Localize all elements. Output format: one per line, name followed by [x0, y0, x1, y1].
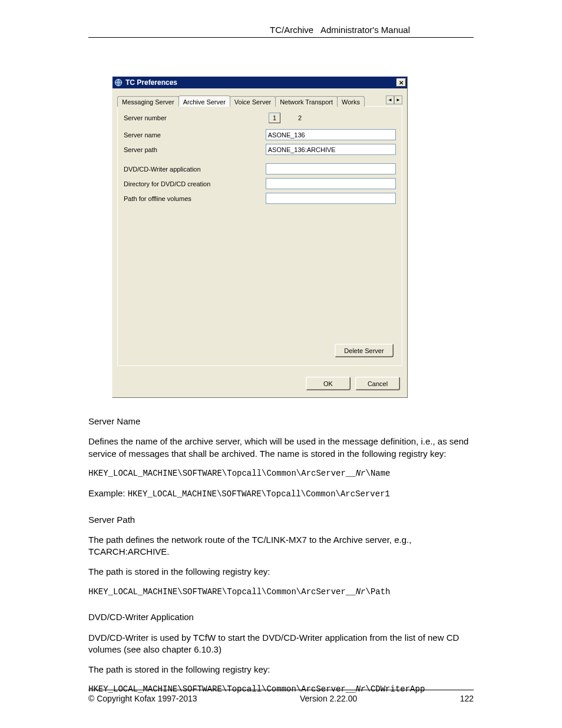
heading-server-path: Server Path [88, 515, 135, 525]
footer-copyright: © Copyright Kofax 1997-2013 [88, 694, 197, 703]
preferences-dialog: TC Preferences ✕ Messaging Server Archiv… [112, 76, 408, 398]
registry-server-path: HKEY_LOCAL_MACHINE\SOFTWARE\Topcall\Comm… [88, 587, 474, 598]
page-footer: © Copyright Kofax 1997-2013 Version 2.22… [88, 690, 474, 703]
title-bar: TC Preferences ✕ [113, 77, 407, 88]
tab-scroll-right-button[interactable]: ► [394, 95, 402, 104]
heading-server-name: Server Name [88, 416, 140, 426]
footer-version: Version 2.22.00 [300, 694, 357, 703]
server-number-1-box[interactable]: 1 [269, 113, 280, 123]
close-button[interactable]: ✕ [396, 78, 406, 87]
tab-network-transport[interactable]: Network Transport [275, 96, 338, 107]
text-server-path-1: The path defines the network route of th… [88, 534, 474, 558]
delete-server-button[interactable]: Delete Server [335, 344, 394, 357]
globe-icon [114, 78, 123, 87]
server-path-input[interactable] [266, 144, 396, 155]
tab-messaging-server[interactable]: Messaging Server [117, 96, 179, 107]
text-server-name: Defines the name of the archive server, … [88, 436, 474, 460]
tab-archive-server[interactable]: Archive Server [178, 95, 230, 106]
text-server-path-2: The path is stored in the following regi… [88, 566, 474, 578]
chevron-left-icon: ◄ [388, 97, 392, 103]
dialog-title: TC Preferences [125, 78, 396, 87]
offline-path-input[interactable] [266, 193, 396, 204]
registry-server-name: HKEY_LOCAL_MACHINE\SOFTWARE\Topcall\Comm… [88, 468, 474, 479]
close-icon: ✕ [399, 80, 404, 86]
ok-button[interactable]: OK [306, 377, 351, 390]
offline-path-label: Path for offline volumes [124, 195, 266, 202]
server-number-label: Server number [124, 114, 269, 121]
server-name-label: Server name [124, 131, 266, 139]
text-dvdcd-2: The path is stored in the following regi… [88, 664, 474, 676]
tab-works[interactable]: Works [337, 96, 365, 107]
header-right: Administrator's Manual [320, 25, 410, 35]
tab-scroll-left-button[interactable]: ◄ [386, 95, 394, 104]
example-line: Example: HKEY_LOCAL_MACHINE\SOFTWARE\Top… [88, 487, 474, 500]
dvdcd-dir-input[interactable] [266, 178, 396, 189]
chevron-right-icon: ► [396, 97, 401, 103]
header-left: TC/Archive [270, 25, 313, 35]
footer-page: 122 [460, 694, 474, 703]
heading-dvdcd: DVD/CD-Writer Application [88, 612, 194, 622]
dvdcd-app-input[interactable] [266, 163, 396, 174]
text-dvdcd-1: DVD/CD-Writer is used by TCfW to start t… [88, 632, 474, 656]
dvdcd-dir-label: Directory for DVD/CD creation [124, 180, 266, 187]
tab-panel: Server number 1 2 Server name Server pat… [117, 107, 402, 366]
tab-voice-server[interactable]: Voice Server [230, 96, 276, 107]
server-number-2[interactable]: 2 [298, 114, 302, 121]
document-body: Server Name Defines the name of the arch… [88, 416, 474, 695]
dvdcd-app-label: DVD/CD-Writer application [124, 166, 266, 173]
tab-strip: Messaging Server Archive Server Voice Se… [117, 95, 402, 107]
cancel-button[interactable]: Cancel [355, 377, 400, 390]
server-name-input[interactable] [266, 129, 396, 140]
server-path-label: Server path [124, 146, 266, 153]
